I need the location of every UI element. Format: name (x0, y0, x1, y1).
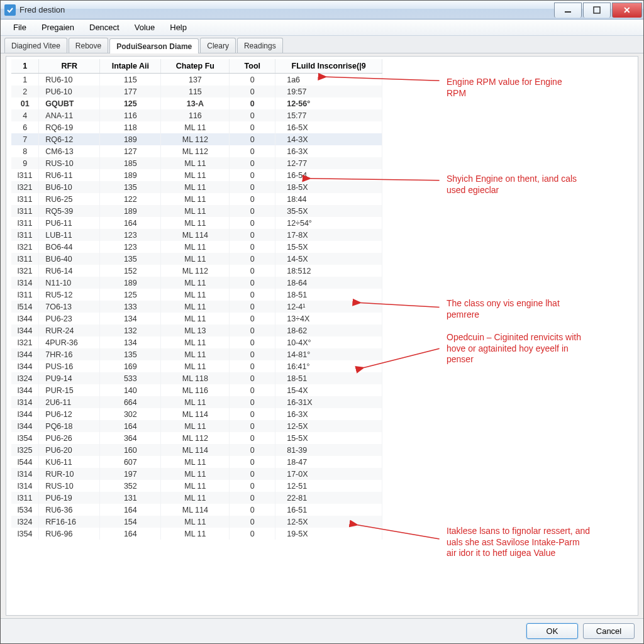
menubar: File Pregaien Dencect Volue Help (1, 19, 643, 36)
table-row[interactable]: l544KU6-11607ML 11018-47 (11, 456, 382, 468)
table-cell: 0 (230, 528, 275, 540)
table-cell: ML 114 (161, 408, 230, 420)
menu-help[interactable]: Help (162, 21, 194, 34)
table-cell: 0 (230, 396, 275, 408)
table-cell: 15-4X (275, 384, 382, 396)
annotation-note-4: Opedcuin – Ciginited renvicits with hove… (447, 332, 591, 365)
table-row[interactable]: l344PU6-23134ML 11013÷4X (11, 313, 382, 325)
ok-button[interactable]: OK (526, 623, 578, 639)
table-row[interactable]: l311PU6-11164ML 11012÷54° (11, 217, 382, 229)
table-cell: 14-81° (275, 348, 382, 360)
table-row[interactable]: l3142U6-11664ML 11016-31X (11, 396, 382, 408)
table-row[interactable]: l311RQ5-39189ML 11035-5X (11, 205, 382, 217)
table-row[interactable]: 6RQ6-19118ML 11016-5X (11, 121, 382, 133)
app-window: Fred destion ✕ File Pregaien Dencect Vol… (0, 0, 644, 644)
table-row[interactable]: l344PQ6-18164ML 11012-5X (11, 420, 382, 432)
table-row[interactable]: l354PU6-26364ML 112015-5X (11, 432, 382, 444)
tab-cleary[interactable]: Cleary (200, 38, 236, 53)
table-cell: l344 (11, 325, 39, 336)
table-cell: LUB-11 (39, 229, 100, 241)
table-row[interactable]: l314N11-10189ML 11018-64 (11, 277, 382, 289)
table-row[interactable]: l534RU6-36164ML 114016-51 (11, 504, 382, 516)
table-cell: 189 (100, 133, 161, 145)
menu-dencect[interactable]: Dencect (82, 21, 127, 34)
maximize-button[interactable] (583, 3, 611, 18)
table-row[interactable]: l311PU6-19131ML 11022-81 (11, 492, 382, 504)
table-row[interactable]: l314RUR-10197ML 11017-0X (11, 468, 382, 480)
col-header-chatep[interactable]: Chatep Fu (161, 59, 230, 74)
table-container: 1 RFR Intaple Aii Chatep Fu Tool FLuild … (11, 59, 382, 601)
table-row[interactable]: l3447HR-16135ML 11014-81° (11, 348, 382, 360)
col-header-tool[interactable]: Tool (230, 59, 275, 74)
minimize-button[interactable] (554, 3, 582, 18)
menu-file[interactable]: File (6, 21, 34, 34)
tab-readings[interactable]: Readings (237, 38, 283, 53)
table-row[interactable]: l321BO6-44123ML 11015-5X (11, 241, 382, 253)
table-row[interactable]: 2PU6-10177115019:57 (11, 86, 382, 97)
menu-volue[interactable]: Volue (127, 21, 163, 34)
table-row[interactable]: l325PU6-20160ML 114081-39 (11, 444, 382, 456)
table-row[interactable]: l314RUS-10352ML 11012-51 (11, 480, 382, 492)
table-row[interactable]: l311RU6-11189ML 11016-54 (11, 169, 382, 181)
table-cell: CM6-13 (39, 145, 100, 157)
col-header-index[interactable]: 1 (11, 59, 39, 74)
table-cell: 7 (11, 133, 39, 145)
table-row[interactable]: l311LUB-11123ML 114017-8X (11, 229, 382, 241)
table-row[interactable]: l324PU9-14533ML 118018-51 (11, 372, 382, 384)
table-cell: 189 (100, 205, 161, 217)
tab-diagined[interactable]: Diagined Vitee (4, 38, 67, 53)
table-row[interactable]: 4ANA-11116116015:77 (11, 109, 382, 121)
table-cell: l324 (11, 372, 39, 384)
table-cell: 140 (100, 384, 161, 396)
table-cell: 1a6 (275, 74, 382, 86)
table-row[interactable]: l5147O6-13133ML 11012-4¹ (11, 301, 382, 313)
table-row[interactable]: l311RU6-25122ML 11018:44 (11, 193, 382, 205)
table-cell: ML 13 (161, 325, 230, 336)
table-row[interactable]: l344PU6-12302ML 114016-3X (11, 408, 382, 420)
table-row[interactable]: l311RU5-12125ML 11018-51 (11, 289, 382, 301)
table-row[interactable]: l344PUS-16169ML 11016:41° (11, 360, 382, 372)
menu-pregaian[interactable]: Pregaien (34, 21, 82, 34)
table-cell: l311 (11, 205, 39, 217)
col-header-intaple[interactable]: Intaple Aii (100, 59, 161, 74)
table-cell: PU6-23 (39, 313, 100, 325)
table-row[interactable]: 01GQUBT12513-A012-56° (11, 97, 382, 109)
table-row[interactable]: l321BU6-10135ML 11018-5X (11, 181, 382, 193)
table-cell: 12-56° (275, 97, 382, 109)
col-header-fluild[interactable]: FLuild Insconrise(|9 (275, 59, 382, 74)
table-cell: 0 (230, 289, 275, 301)
table-cell: ML 114 (161, 229, 230, 241)
table-row[interactable]: l321RU6-14152ML 112018:512 (11, 265, 382, 277)
table-cell: 18-51 (275, 289, 382, 301)
table-row[interactable]: l324RF16-16154ML 11012-5X (11, 516, 382, 528)
table-cell: ML 11 (161, 516, 230, 528)
table-cell: 0 (230, 480, 275, 492)
table-row[interactable]: l344RUR-24132ML 13018-62 (11, 325, 382, 336)
table-row[interactable]: l354RU6-96164ML 11019-5X (11, 528, 382, 540)
table-cell: 4 (11, 109, 39, 121)
tab-rebove[interactable]: Rebove (69, 38, 108, 53)
table-cell: ML 112 (161, 432, 230, 444)
table-row[interactable]: 8CM6-13127ML 112016-3X (11, 145, 382, 157)
table-cell: ML 11 (161, 289, 230, 301)
cancel-button[interactable]: Cancel (583, 623, 635, 639)
table-cell: 125 (100, 97, 161, 109)
table-cell: ML 114 (161, 444, 230, 456)
table-cell: 197 (100, 468, 161, 480)
table-cell: 134 (100, 336, 161, 348)
tab-podui[interactable]: PoduiSearson Diame (109, 38, 199, 53)
table-row[interactable]: 9RUS-10185ML 11012-77 (11, 157, 382, 169)
table-cell: l311 (11, 492, 39, 504)
table-cell: PU6-20 (39, 444, 100, 456)
table-row[interactable]: l311BU6-40135ML 11014-5X (11, 253, 382, 265)
table-row[interactable]: l344PUR-15140ML 116015-4X (11, 384, 382, 396)
table-row[interactable]: 1RU6-1011513701a6 (11, 74, 382, 86)
table-row[interactable]: l3214PUR-36134ML 11010-4X° (11, 336, 382, 348)
table-cell: RQ6-19 (39, 121, 100, 133)
table-cell: ML 11 (161, 313, 230, 325)
col-header-rfr[interactable]: RFR (39, 59, 100, 74)
close-button[interactable]: ✕ (612, 3, 642, 18)
table-cell: 0 (230, 193, 275, 205)
table-row[interactable]: 7RQ6-12189ML 112014-3X (11, 133, 382, 145)
window-controls: ✕ (554, 3, 643, 18)
